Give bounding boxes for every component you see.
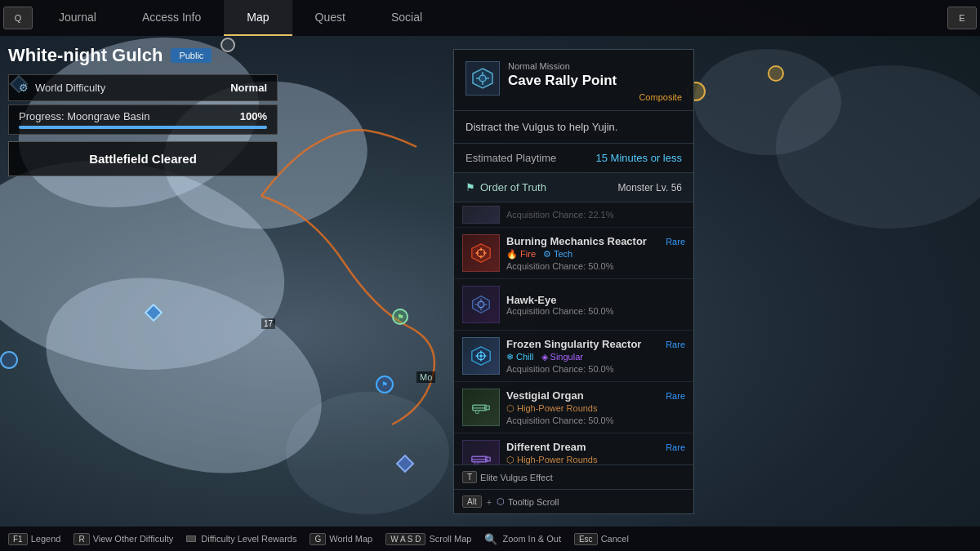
world-difficulty-value: Normal [230,82,267,94]
progress-bar [19,126,267,129]
loot-item-3[interactable]: Vestigial Organ Rare ⬡ High-Power Rounds… [454,382,693,433]
mission-panel: Normal Mission Cave Rally Point Composit… [453,49,694,514]
loot-item-0[interactable]: Burning Mechanics Reactor Rare 🔥 Fire ⚙ … [454,228,693,279]
svg-rect-32 [475,462,479,464]
location-name: White-night Gulch [8,45,163,66]
loot-info-1: Hawk-Eye Acquisition Chance: 50.0% [506,294,685,316]
key-t: T [462,471,477,483]
map-marker-9[interactable] [0,351,18,369]
loot-thumb-4 [462,440,500,464]
tab-social[interactable]: Social [368,0,445,36]
map-marker-2[interactable] [147,306,160,319]
tooltip-scroll-label: Tooltip Scroll [508,497,559,507]
playtime-label: Estimated Playtime [466,152,556,164]
key-square [186,535,196,542]
map-marker-3[interactable]: ⚑ [392,309,408,325]
loot-chance-1: Acquisition Chance: 50.0% [506,306,685,316]
key-wasd: W A S D [385,533,425,545]
zoom-icon: 🔍 [484,533,497,545]
faction-level: Monster Lv. 56 [618,182,682,193]
tooltip-scroll-hint: Alt + ⬡ Tooltip Scroll [454,489,693,513]
loot-thumb-truncated [462,206,500,224]
loot-item-1[interactable]: Hawk-Eye Acquisition Chance: 50.0% [454,279,693,331]
map-marker-mo[interactable]: Mo [416,371,435,383]
loot-rarity-2: Rare [666,340,685,349]
loot-rarity-4: Rare [666,442,685,452]
loot-thumb-2 [462,337,500,375]
svg-marker-6 [472,244,490,262]
progress-label: Progress: Moongrave Basin [19,110,149,122]
tag-hpr: ⬡ High-Power Rounds [506,403,598,413]
faction-name: ⚑ Order of Truth [466,181,546,193]
loot-chance-0: Acquisition Chance: 50.0% [506,261,685,271]
loot-tags-2: ❄ Chill ◈ Singular [506,352,685,362]
faction-icon: ⚑ [466,181,475,193]
mission-icon [466,61,500,96]
top-navigation: Q Journal Access Info Map Quest Social E [0,0,980,36]
left-panel: White-night Gulch Public ⚙ World Difficu… [8,45,278,176]
progress-fill [19,126,267,129]
loot-info-4: Different Dream Rare ⬡ High-Power Rounds… [506,441,685,464]
loot-rarity-3: Rare [666,391,685,401]
playtime-row: Estimated Playtime 15 Minutes or less [454,144,693,173]
elite-vulgus-hint: T Elite Vulgus Effect [454,464,693,489]
scroll-icon: ⬡ [497,496,505,507]
map-marker-6[interactable] [768,65,784,82]
tag-tech: ⚙ Tech [543,249,572,259]
key-r: R [74,533,89,545]
loot-item-truncated: Acquisition Chance: 22.1% [454,202,693,228]
key-e-button[interactable]: E [947,7,977,29]
key-g: G [310,533,326,545]
tab-map[interactable]: Map [224,0,292,36]
svg-rect-28 [475,411,479,414]
tab-access-info[interactable]: Access Info [119,0,224,36]
hint-legend: F1 Legend [8,533,60,545]
tab-journal[interactable]: Journal [36,0,119,36]
loot-chance-2: Acquisition Chance: 50.0% [506,364,685,374]
mission-header: Normal Mission Cave Rally Point Composit… [454,50,693,111]
hint-difficulty-rewards: Difficulty Level Rewards [186,534,296,544]
loot-name-2: Frozen Singularity Reactor [506,338,641,350]
loot-info-0: Burning Mechanics Reactor Rare 🔥 Fire ⚙ … [506,235,685,271]
tag-fire: 🔥 Fire [506,249,536,259]
difficulty-icon: ⚙ [19,82,29,94]
world-difficulty-row: ⚙ World Difficulty Normal [8,74,278,101]
loot-chance-3: Acquisition Chance: 50.0% [506,415,685,425]
loot-name-3: Vestigial Organ [506,389,584,402]
key-q-button[interactable]: Q [3,7,33,29]
loot-thumb-0 [462,234,500,272]
loot-name-4: Different Dream [506,441,586,453]
loot-thumb-1 [462,286,500,323]
mission-type: Normal Mission [508,61,682,71]
loot-list: Burning Mechanics Reactor Rare 🔥 Fire ⚙ … [454,228,693,464]
battlefield-cleared: Battlefield Cleared [8,141,278,176]
tag-chill: ❄ Chill [506,352,533,362]
loot-item-2[interactable]: Frozen Singularity Reactor Rare ❄ Chill … [454,331,693,382]
key-f1: F1 [8,533,28,545]
hint-zoom: 🔍 Zoom In & Out [484,533,561,545]
progress-pct: 100% [240,110,267,122]
map-marker-10[interactable] [399,457,412,470]
tab-quest[interactable]: Quest [292,0,368,36]
mission-composite: Composite [508,92,682,102]
loot-thumb-3 [462,389,500,426]
loot-item-4[interactable]: Different Dream Rare ⬡ High-Power Rounds… [454,433,693,464]
key-alt: Alt [462,495,482,508]
loot-info-3: Vestigial Organ Rare ⬡ High-Power Rounds… [506,389,685,425]
playtime-value: 15 Minutes or less [596,152,683,164]
progress-container: Progress: Moongrave Basin 100% [8,104,278,135]
mission-description: Distract the Vulgus to help Yujin. [454,111,693,144]
faction-row: ⚑ Order of Truth Monster Lv. 56 [454,173,693,202]
loot-tags-0: 🔥 Fire ⚙ Tech [506,249,685,260]
loot-tags-4: ⬡ High-Power Rounds [506,455,685,464]
key-esc: Esc [574,533,598,545]
mission-name: Cave Rally Point [508,73,682,89]
hint-scroll-map: W A S D Scroll Map [385,533,471,545]
loot-name-0: Burning Mechanics Reactor [506,235,647,247]
elite-label: Elite Vulgus Effect [480,473,553,482]
svg-point-13 [478,302,483,308]
public-badge: Public [171,48,212,63]
loot-name-1: Hawk-Eye [506,294,556,306]
bottom-bar: F1 Legend R View Other Difficulty Diffic… [0,527,980,551]
map-marker-4[interactable]: ⚑ [376,375,394,393]
